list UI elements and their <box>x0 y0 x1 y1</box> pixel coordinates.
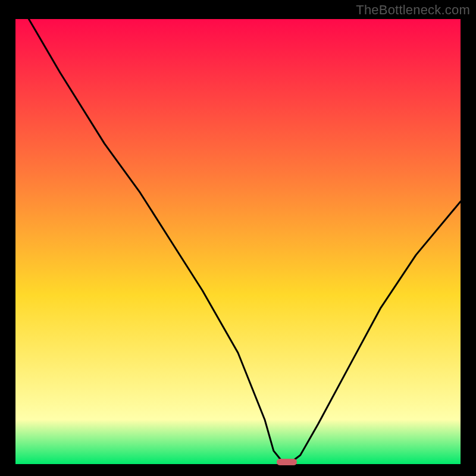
optimal-marker <box>277 459 297 465</box>
watermark-text: TheBottleneck.com <box>356 2 470 18</box>
bottleneck-chart <box>15 19 461 464</box>
gradient-background <box>15 19 461 464</box>
chart-frame: TheBottleneck.com <box>0 0 476 476</box>
